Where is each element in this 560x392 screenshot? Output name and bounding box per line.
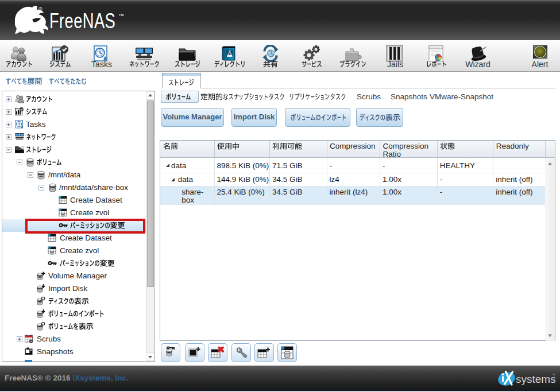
svg-text:™: ™ [552, 373, 555, 377]
svg-text:systems: systems [516, 373, 555, 385]
